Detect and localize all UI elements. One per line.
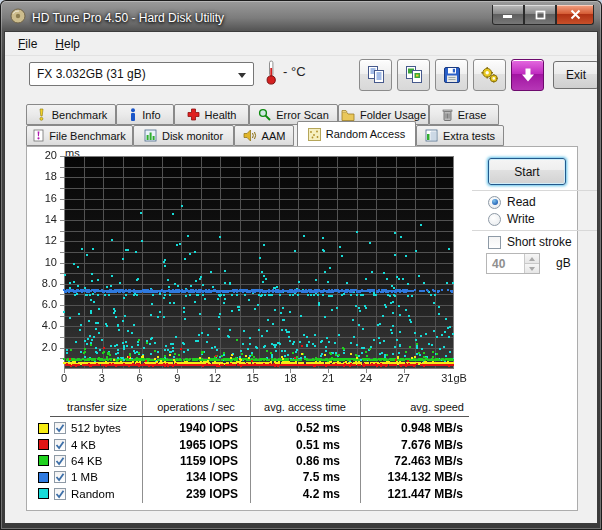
menu-file[interactable]: File <box>9 34 46 54</box>
tab-label: File Benchmark <box>49 130 125 142</box>
speaker-icon <box>243 129 257 142</box>
trash-icon <box>442 108 453 121</box>
tab-health[interactable]: Health <box>174 104 249 125</box>
short-stroke-unit: gB <box>556 256 571 270</box>
short-stroke-value: 40 <box>492 257 505 271</box>
copy-image-icon[interactable] <box>397 59 430 91</box>
start-button[interactable]: Start <box>488 158 566 185</box>
series-checkbox[interactable] <box>54 422 66 434</box>
x-tick-label: 31gB <box>441 372 467 384</box>
access-time-value: 4.2 ms <box>250 487 360 501</box>
write-radio-row: Write <box>488 212 535 226</box>
tab-extra-tests[interactable]: Extra tests <box>416 125 504 146</box>
health-cross-icon <box>187 108 200 121</box>
write-radio[interactable] <box>488 213 501 226</box>
y-tick-label: 4.0 <box>42 319 57 331</box>
tab-label: Extra tests <box>443 130 495 142</box>
window-frame: HD Tune Pro 4.50 - Hard Disk Utility Fil… <box>0 0 602 530</box>
y-tick-label: 14 <box>45 213 57 225</box>
x-tick-label: 0 <box>61 372 67 384</box>
table-row: Random 239 IOPS 4.2 ms 121.447 MB/s <box>37 486 469 502</box>
series-checkbox[interactable] <box>54 488 66 500</box>
series-label: Random <box>71 488 114 500</box>
folder-icon <box>341 109 355 121</box>
window-title: HD Tune Pro 4.50 - Hard Disk Utility <box>32 11 224 25</box>
ops-value: 239 IOPS <box>142 487 250 501</box>
exit-button[interactable]: Exit <box>553 61 598 89</box>
tab-file-benchmark[interactable]: File Benchmark <box>26 125 133 146</box>
table-row: 1 MB 134 IOPS 7.5 ms 134.132 MB/s <box>37 469 469 485</box>
tab-info[interactable]: Info <box>116 104 174 125</box>
y-tick-label: 12 <box>45 234 57 246</box>
tab-disk-monitor[interactable]: Disk monitor <box>133 125 234 146</box>
caption-buttons <box>492 5 594 25</box>
drive-select-dropdown[interactable]: FX 3.032GB (31 gB) <box>29 62 254 86</box>
ops-value: 1965 IOPS <box>142 438 250 452</box>
access-time-value: 0.51 ms <box>250 438 360 452</box>
header-access-time: avg. access time <box>250 401 360 413</box>
short-stroke-spinner[interactable]: 40 <box>486 253 540 274</box>
copy-text-icon[interactable] <box>359 59 392 91</box>
table-row: 512 bytes 1940 IOPS 0.52 ms 0.948 MB/s <box>37 420 469 436</box>
speed-value: 0.948 MB/s <box>360 421 469 435</box>
spinner-buttons <box>524 254 539 273</box>
separator <box>472 230 598 231</box>
save-icon[interactable] <box>435 59 468 91</box>
short-stroke-row: Short stroke <box>488 235 572 249</box>
access-time-scatter-chart <box>56 156 454 377</box>
table-row: 64 KB 1159 IOPS 0.86 ms 72.463 MB/s <box>37 453 469 469</box>
tab-benchmark[interactable]: Benchmark <box>26 104 116 125</box>
header-operations: operations / sec <box>142 401 250 413</box>
series-label: 1 MB <box>71 471 98 483</box>
tab-random-access[interactable]: Random Access <box>297 121 416 146</box>
temperature-value: - °C <box>283 64 306 79</box>
x-tick-label: 9 <box>174 372 180 384</box>
maximize-icon[interactable] <box>524 5 556 25</box>
hd-tune-window: HD Tune Pro 4.50 - Hard Disk Utility Fil… <box>0 0 602 530</box>
series-color-swatch <box>38 488 49 499</box>
series-label: 64 KB <box>71 455 102 467</box>
toolbar-buttons <box>359 59 544 91</box>
series-checkbox[interactable] <box>54 439 66 451</box>
spinner-down-icon[interactable] <box>524 263 539 273</box>
spinner-up-icon[interactable] <box>524 254 539 263</box>
x-tick-label: 3 <box>99 372 105 384</box>
short-stroke-checkbox[interactable] <box>488 236 501 249</box>
download-arrow-icon[interactable] <box>511 59 544 91</box>
series-checkbox[interactable] <box>54 471 66 483</box>
tab-erase[interactable]: Erase <box>429 104 499 125</box>
series-color-swatch <box>38 439 49 450</box>
y-tick-label: 18 <box>45 170 57 182</box>
close-icon[interactable] <box>556 5 594 25</box>
y-tick-label: 20 <box>45 149 57 161</box>
write-label: Write <box>507 212 535 226</box>
speed-value: 121.447 MB/s <box>360 487 469 501</box>
series-label: 4 KB <box>71 439 96 451</box>
x-tick-label: 6 <box>136 372 142 384</box>
minimize-icon[interactable] <box>492 5 524 25</box>
menu-help[interactable]: Help <box>46 34 89 54</box>
tab-label: Health <box>205 109 237 121</box>
tab-label: Folder Usage <box>360 109 426 121</box>
y-tick-label: 6.0 <box>42 298 57 310</box>
random-access-page: ms 2018161412108.06.04.02.0 036912151821… <box>26 146 578 511</box>
file-exclamation-icon <box>33 129 44 142</box>
x-tick-label: 21 <box>322 372 334 384</box>
titlebar: HD Tune Pro 4.50 - Hard Disk Utility <box>10 7 224 29</box>
scatter-dots-icon <box>308 128 321 141</box>
tab-aam[interactable]: AAM <box>234 125 294 146</box>
access-time-value: 7.5 ms <box>250 470 360 484</box>
series-color-swatch <box>38 455 49 466</box>
speed-value: 72.463 MB/s <box>360 454 469 468</box>
series-checkbox[interactable] <box>54 455 66 467</box>
tab-label: Erase <box>458 109 487 121</box>
y-tick-label: 16 <box>45 192 57 204</box>
chevron-down-icon <box>238 73 246 78</box>
read-radio[interactable] <box>488 196 501 209</box>
client-area: File Help FX 3.032GB (31 gB) - °C <box>4 31 598 524</box>
x-tick-label: 27 <box>398 372 410 384</box>
options-gears-icon[interactable] <box>473 59 506 91</box>
header-avg-speed: avg. speed <box>360 401 469 413</box>
speed-value: 134.132 MB/s <box>360 470 469 484</box>
series-color-swatch <box>38 472 49 483</box>
